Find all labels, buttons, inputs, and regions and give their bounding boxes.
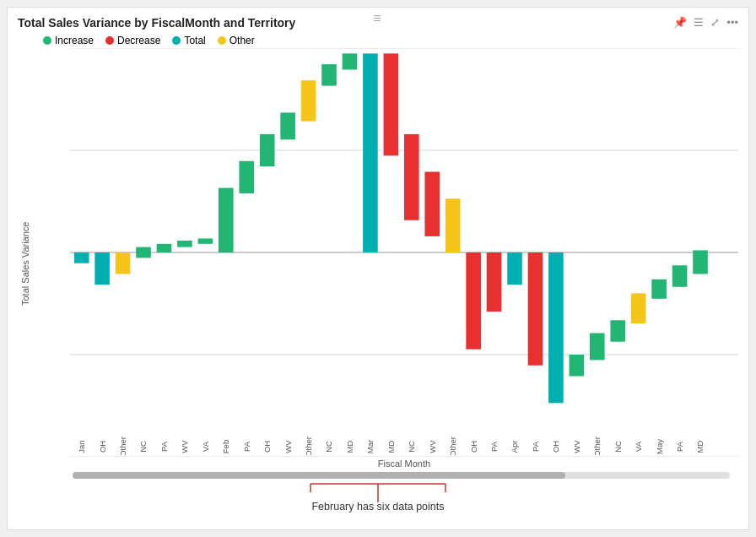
annotation-area: February has six data points xyxy=(18,480,738,523)
svg-text:OH: OH xyxy=(262,441,272,453)
scrollbar[interactable] xyxy=(73,472,730,479)
bar-oh2 xyxy=(260,134,275,166)
bar-nc3 xyxy=(404,134,419,220)
bar-pa4 xyxy=(528,252,543,366)
chart-legend: Increase Decrease Total Other xyxy=(43,35,738,46)
legend-label-other: Other xyxy=(230,35,255,46)
chart-area: Total Sales Variance $1.0M $0.5M $0.0M (… xyxy=(18,48,738,479)
svg-text:Feb: Feb xyxy=(221,440,230,453)
svg-text:WV: WV xyxy=(180,440,189,453)
bar-pa5 xyxy=(672,265,688,286)
svg-text:Jan: Jan xyxy=(77,440,86,453)
svg-text:PA: PA xyxy=(489,441,499,452)
bar-other3 xyxy=(446,198,461,252)
legend-item-total: Total xyxy=(172,35,205,46)
svg-text:PA: PA xyxy=(675,441,684,452)
chart-title: Total Sales Variance by FiscalMonth and … xyxy=(18,16,295,30)
increase-dot xyxy=(43,36,51,45)
svg-text:MD: MD xyxy=(345,440,354,453)
bar-oh3 xyxy=(466,252,481,350)
bar-other2 xyxy=(301,80,316,121)
bar-md3 xyxy=(693,250,708,274)
legend-label-increase: Increase xyxy=(55,35,94,46)
svg-text:VA: VA xyxy=(201,441,210,452)
legend-label-decrease: Decrease xyxy=(117,35,160,46)
more-icon[interactable]: ••• xyxy=(726,16,738,29)
svg-text:NC: NC xyxy=(407,441,416,453)
bar-nc2 xyxy=(321,64,337,85)
chart-inner: $1.0M $0.5M $0.0M ($0.5M) ($1.0M) xyxy=(35,48,738,479)
legend-item-other: Other xyxy=(218,35,255,46)
bar-va2 xyxy=(631,293,646,323)
svg-text:WV: WV xyxy=(572,440,581,453)
svg-text:Other: Other xyxy=(304,437,313,455)
svg-text:WV: WV xyxy=(428,440,437,453)
bar-nc1 xyxy=(136,247,151,258)
bar-va1 xyxy=(198,238,213,243)
y-axis-label: Total Sales Variance xyxy=(18,48,33,479)
svg-text:Other: Other xyxy=(448,437,457,455)
svg-text:May: May xyxy=(655,439,664,454)
bar-jan-total xyxy=(74,252,89,263)
x-axis-labels: Jan OH Other NC PA WV VA Feb PA OH WV Ot… xyxy=(70,404,738,457)
expand-icon[interactable]: ⤢ xyxy=(710,16,720,29)
svg-text:OH: OH xyxy=(551,441,560,453)
svg-text:Mar: Mar xyxy=(365,440,375,453)
legend-item-increase: Increase xyxy=(43,35,94,46)
svg-text:VA: VA xyxy=(634,441,643,452)
svg-text:MD: MD xyxy=(386,440,396,453)
other-dot xyxy=(218,36,226,45)
bar-feb xyxy=(219,188,234,252)
svg-text:PA: PA xyxy=(159,441,169,452)
bar-wv3 xyxy=(424,171,440,236)
drag-handle[interactable]: ≡ xyxy=(373,11,382,26)
chart-canvas: $1.0M $0.5M $0.0M ($0.5M) ($1.0M) xyxy=(35,48,738,457)
total-dot xyxy=(172,36,181,45)
bar-md2 xyxy=(384,53,399,155)
svg-text:MD: MD xyxy=(696,440,705,453)
svg-text:WV: WV xyxy=(284,440,293,453)
svg-text:PA: PA xyxy=(531,441,540,452)
bar-apr-total xyxy=(507,252,522,285)
bar-pa3 xyxy=(487,252,502,312)
bar-md1 xyxy=(343,53,358,69)
chart-card: ≡ Total Sales Variance by FiscalMonth an… xyxy=(7,7,749,530)
svg-text:Apr: Apr xyxy=(510,441,520,453)
bar-oh4 xyxy=(548,252,564,403)
bar-pa1 xyxy=(157,244,172,252)
svg-text:NC: NC xyxy=(139,441,148,453)
bar-other1 xyxy=(116,252,131,274)
bar-wv2 xyxy=(280,112,295,139)
bar-pa2 xyxy=(239,161,254,193)
bar-wv1 xyxy=(177,241,192,247)
bar-oh1-total xyxy=(94,252,110,285)
legend-item-decrease: Decrease xyxy=(105,35,160,46)
x-axis-label-container: Fiscal Month xyxy=(70,458,738,469)
svg-text:Other: Other xyxy=(592,437,602,455)
bar-may xyxy=(651,279,667,299)
scrollbar-thumb[interactable] xyxy=(73,472,565,479)
decrease-dot xyxy=(105,36,114,45)
svg-text:Other: Other xyxy=(118,437,127,455)
legend-label-total: Total xyxy=(184,35,205,46)
annotation-text: February has six data points xyxy=(311,501,444,513)
pin-icon[interactable]: 📌 xyxy=(673,16,687,29)
annotation-bracket-svg xyxy=(302,480,454,502)
bar-mar-total xyxy=(363,53,378,252)
x-axis-label: Fiscal Month xyxy=(378,458,430,469)
menu-icon[interactable]: ☰ xyxy=(694,16,704,29)
svg-text:OH: OH xyxy=(98,441,107,453)
svg-text:PA: PA xyxy=(242,441,251,452)
svg-text:NC: NC xyxy=(325,441,334,453)
svg-text:NC: NC xyxy=(613,441,623,453)
bar-wv4 xyxy=(570,355,585,376)
bar-nc4 xyxy=(610,320,625,341)
bar-other4 xyxy=(590,334,605,361)
svg-text:OH: OH xyxy=(469,441,478,453)
card-toolbar: 📌 ☰ ⤢ ••• xyxy=(673,16,738,29)
chart-svg: $1.0M $0.5M $0.0M ($0.5M) ($1.0M) xyxy=(70,48,738,457)
